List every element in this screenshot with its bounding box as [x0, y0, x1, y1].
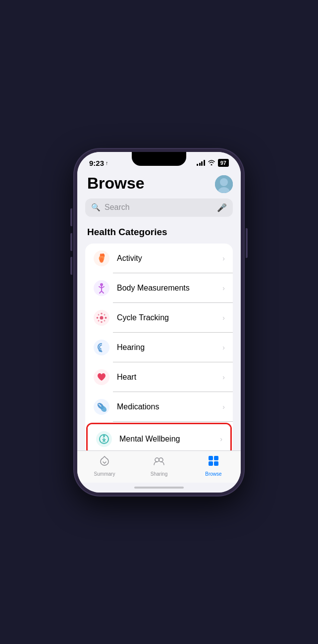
activity-icon — [93, 250, 110, 267]
summary-tab-icon — [99, 455, 110, 470]
categories-card: Activity › — [85, 244, 233, 450]
chevron-icon: › — [220, 435, 222, 443]
svg-rect-43 — [214, 461, 218, 466]
activity-label: Activity — [117, 254, 215, 263]
status-time: 9:23 ↑ — [89, 159, 108, 167]
svg-point-20 — [104, 314, 106, 315]
svg-point-34 — [105, 438, 106, 439]
cycle-tracking-label: Cycle Tracking — [117, 313, 215, 322]
medications-label: Medications — [117, 402, 215, 411]
svg-rect-41 — [214, 456, 218, 460]
hearing-label: Hearing — [117, 343, 215, 352]
status-icons: 97 — [197, 159, 229, 167]
svg-point-18 — [104, 320, 106, 321]
signal-icon — [197, 160, 205, 166]
chevron-icon: › — [222, 254, 225, 262]
svg-point-39 — [159, 458, 163, 462]
phone-frame: 9:23 ↑ 97 — [74, 149, 244, 495]
medications-icon — [93, 398, 110, 415]
svg-point-21 — [98, 320, 100, 321]
page-title: Browse — [87, 174, 145, 193]
chevron-icon: › — [222, 373, 225, 381]
svg-point-38 — [155, 458, 159, 462]
wifi-icon — [208, 159, 215, 167]
phone-screen: 9:23 ↑ 97 — [77, 152, 241, 493]
body-measurements-label: Body Measurements — [117, 284, 215, 293]
list-item-medications[interactable]: Medications › — [85, 392, 233, 422]
section-title: Health Categories — [85, 227, 233, 238]
notch — [132, 152, 186, 166]
microphone-icon[interactable]: 🎤 — [217, 203, 227, 212]
mental-wellbeing-icon — [96, 431, 112, 447]
chevron-icon: › — [222, 284, 225, 292]
tab-bar: Summary Sharing — [77, 450, 241, 483]
svg-point-33 — [103, 438, 104, 439]
avatar[interactable] — [215, 175, 233, 193]
svg-point-1 — [220, 178, 228, 186]
battery-level: 97 — [220, 160, 226, 166]
list-item-mental-wellbeing[interactable]: Mental Wellbeing › — [88, 424, 230, 450]
list-item-activity[interactable]: Activity › — [85, 244, 233, 273]
search-bar[interactable]: 🔍 Search 🎤 — [85, 198, 233, 217]
svg-point-4 — [100, 258, 104, 263]
svg-point-22 — [94, 340, 109, 355]
health-categories-section: Health Categories — [85, 227, 233, 450]
svg-point-15 — [97, 317, 99, 319]
list-item-heart[interactable]: Heart › — [85, 362, 233, 392]
svg-rect-42 — [209, 461, 213, 466]
chevron-icon: › — [222, 314, 225, 322]
svg-point-19 — [98, 314, 100, 315]
sharing-tab-icon — [153, 455, 165, 470]
svg-point-23 — [101, 350, 103, 352]
mental-wellbeing-label: Mental Wellbeing — [119, 435, 213, 444]
chevron-icon: › — [222, 344, 225, 351]
time-display: 9:23 — [89, 159, 104, 167]
browse-tab-label: Browse — [205, 471, 221, 477]
svg-point-14 — [105, 317, 107, 319]
summary-tab-label: Summary — [94, 471, 115, 477]
battery-icon: 97 — [218, 159, 229, 167]
tab-sharing[interactable]: Sharing — [132, 455, 186, 477]
list-item-body-measurements[interactable]: Body Measurements › — [85, 273, 233, 303]
svg-point-16 — [101, 321, 103, 323]
svg-rect-40 — [209, 456, 213, 460]
sharing-tab-label: Sharing — [151, 471, 167, 477]
tab-summary[interactable]: Summary — [77, 455, 132, 477]
browse-tab-icon — [208, 455, 219, 470]
body-measurements-icon — [93, 280, 110, 297]
svg-point-13 — [100, 316, 104, 319]
svg-point-17 — [101, 312, 103, 314]
svg-point-32 — [103, 435, 105, 437]
home-indicator — [77, 483, 241, 493]
cycle-tracking-icon — [93, 309, 110, 326]
main-content: Browse 🔍 Search 🎤 — [77, 169, 241, 450]
list-item-hearing[interactable]: Hearing › — [85, 333, 233, 362]
search-input[interactable]: Search — [105, 203, 213, 212]
location-arrow-icon: ↑ — [106, 160, 108, 166]
mental-wellbeing-highlight: Mental Wellbeing › — [86, 423, 232, 450]
heart-label: Heart — [117, 373, 215, 382]
list-item-cycle-tracking[interactable]: Cycle Tracking › — [85, 303, 233, 333]
heart-icon — [93, 369, 110, 386]
chevron-icon: › — [222, 403, 225, 411]
tab-browse[interactable]: Browse — [186, 455, 241, 477]
home-bar — [134, 487, 184, 489]
hearing-icon — [93, 339, 110, 356]
search-icon: 🔍 — [91, 203, 101, 212]
